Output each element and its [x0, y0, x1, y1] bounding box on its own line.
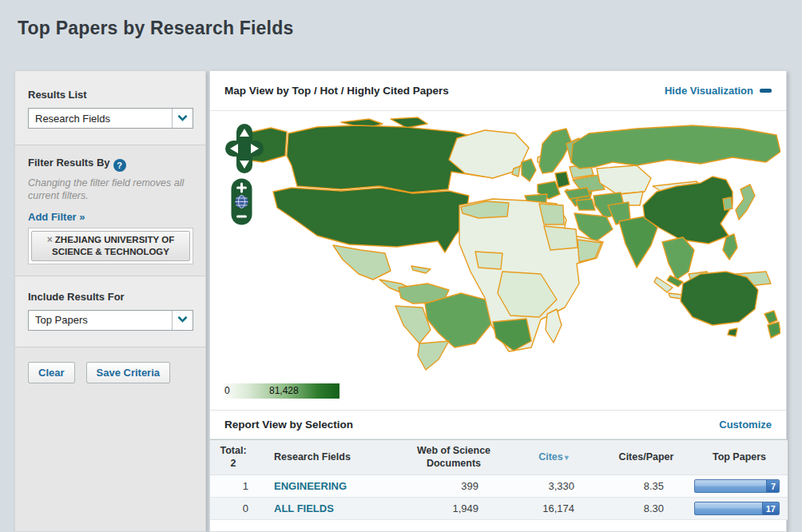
minus-icon	[760, 89, 772, 93]
globe-icon[interactable]	[236, 196, 248, 208]
map-country-cuba[interactable]	[411, 266, 431, 273]
map-view-title: Map View by Top / Hot / Highly Cited Pap…	[224, 85, 449, 97]
close-icon[interactable]: ×	[47, 234, 53, 245]
map-country-mexico[interactable]	[333, 245, 391, 280]
map-region-horn-of-africa[interactable]	[578, 240, 602, 262]
top-papers-header[interactable]: Top Papers	[691, 440, 788, 475]
map-region-west-africa[interactable]	[475, 252, 502, 269]
row-cites-per-paper: 8.30	[602, 498, 691, 520]
visualization-panel: Map View by Top / Hot / Highly Cited Pap…	[209, 70, 787, 532]
map-country-madagascar[interactable]	[546, 309, 562, 343]
map-country-india[interactable]	[619, 216, 657, 268]
map-header-bar: Map View by Top / Hot / Highly Cited Pap…	[210, 71, 786, 111]
map-country-new-zealand-north[interactable]	[764, 311, 777, 324]
clear-button[interactable]: Clear	[28, 362, 75, 383]
row-wos-documents: 1,949	[402, 498, 506, 520]
row-rank: 1	[210, 475, 256, 498]
map-country-germany[interactable]	[555, 172, 570, 188]
results-list-selected-value: Research Fields	[29, 113, 172, 125]
total-count: 2	[213, 458, 253, 470]
total-label: Total:	[213, 445, 253, 458]
filter-section: Filter Results By? Changing the filter f…	[15, 145, 205, 276]
filter-note-text: Changing the filter field removes all cu…	[28, 177, 193, 203]
row-wos-documents: 399	[402, 475, 506, 498]
include-results-dropdown-button[interactable]	[172, 311, 193, 330]
map-zoom-control[interactable]	[231, 178, 252, 226]
map-country-brazil[interactable]	[425, 293, 493, 347]
filter-tag[interactable]: ×ZHEJIANG UNIVERSITY OF SCIENCE & TECHNO…	[31, 231, 190, 261]
map-country-usa[interactable]	[273, 188, 469, 252]
map-country-japan[interactable]	[736, 185, 755, 220]
field-link-engineering[interactable]: ENGINEERING	[274, 480, 347, 492]
row-rank: 0	[210, 498, 256, 520]
table-row: 1 ENGINEERING 399 3,330 8.35 7	[210, 475, 788, 498]
results-list-dropdown-button[interactable]	[172, 109, 193, 128]
map-country-egypt[interactable]	[539, 204, 564, 224]
map-region-scandinavia[interactable]	[539, 129, 571, 173]
chevron-down-icon	[177, 111, 188, 121]
cites-per-paper-header[interactable]: Cites/Paper	[602, 440, 691, 475]
add-filter-link[interactable]: Add Filter »	[28, 211, 85, 223]
report-table: Total: 2 Research Fields Web of Science …	[210, 439, 788, 520]
criteria-buttons-section: Clear Save Criteria	[15, 347, 205, 399]
map-country-australia[interactable]	[681, 272, 758, 325]
cites-header[interactable]: Cites▾	[506, 440, 602, 475]
map-country-russia[interactable]	[571, 125, 780, 169]
filters-sidebar: Results List Research Fields Filter Resu…	[14, 70, 206, 532]
report-header-bar: Report View by Selection Customize	[210, 410, 786, 439]
report-view-title: Report View by Selection	[224, 419, 353, 431]
row-cites-per-paper: 8.35	[602, 475, 691, 498]
table-header-row: Total: 2 Research Fields Web of Science …	[210, 440, 788, 475]
cites-sort-link[interactable]: Cites	[538, 451, 563, 463]
table-row: 0 ALL FIELDS 1,949 16,174 8.30 17	[210, 498, 788, 520]
map-country-uk[interactable]	[522, 159, 536, 181]
top-papers-bar: 17	[694, 502, 780, 515]
map-island-tasmania[interactable]	[728, 328, 737, 336]
field-link-all-fields[interactable]: ALL FIELDS	[274, 502, 334, 514]
include-results-dropdown[interactable]: Top Papers	[28, 310, 193, 331]
top-papers-value: 17	[762, 502, 779, 514]
legend-min-value: 0	[224, 385, 230, 396]
help-icon[interactable]: ?	[113, 159, 126, 172]
filter-results-by-label: Filter Results By	[28, 157, 110, 169]
row-cites: 16,174	[506, 498, 602, 520]
wos-documents-header[interactable]: Web of Science Documents	[402, 440, 506, 475]
map-region-argentina-chile[interactable]	[418, 341, 449, 370]
page-title: Top Papers by Research Fields	[18, 18, 293, 39]
include-results-selected-value: Top Papers	[29, 314, 172, 326]
customize-link[interactable]: Customize	[719, 419, 772, 431]
sort-descending-icon[interactable]: ▾	[565, 453, 569, 462]
map-country-korea[interactable]	[723, 197, 733, 210]
hide-visualization-link[interactable]: Hide Visualization	[665, 85, 772, 97]
chevron-down-icon	[177, 313, 188, 324]
map-country-new-zealand-south[interactable]	[768, 322, 780, 338]
map-legend: 0 81,428	[221, 383, 339, 399]
map-region-indochina[interactable]	[662, 237, 694, 280]
map-area: 0 81,428	[210, 111, 786, 410]
include-results-label: Include Results For	[28, 291, 193, 303]
research-fields-header[interactable]: Research Fields	[256, 440, 402, 475]
map-region-iraq-syria[interactable]	[576, 199, 595, 210]
legend-max-value: 81,428	[269, 385, 299, 396]
top-papers-value: 7	[766, 480, 779, 492]
map-region-peru-bolivia[interactable]	[395, 306, 431, 343]
world-map[interactable]	[221, 116, 780, 381]
results-list-section: Results List Research Fields	[15, 71, 205, 145]
map-country-sudan[interactable]	[544, 226, 578, 250]
total-header: Total: 2	[210, 440, 256, 475]
results-list-label: Results List	[28, 89, 193, 101]
results-list-dropdown[interactable]: Research Fields	[28, 108, 193, 129]
map-pan-control[interactable]	[225, 124, 264, 175]
filter-tag-label: ZHEJIANG UNIVERSITY OF SCIENCE & TECHNOL…	[52, 235, 174, 256]
save-criteria-button[interactable]: Save Criteria	[86, 362, 171, 383]
row-cites: 3,330	[506, 475, 602, 498]
hide-visualization-label: Hide Visualization	[665, 85, 753, 97]
map-country-philippines[interactable]	[723, 234, 737, 260]
top-papers-bar: 7	[694, 479, 780, 493]
include-results-section: Include Results For Top Papers	[15, 276, 205, 347]
filter-tag-box: ×ZHEJIANG UNIVERSITY OF SCIENCE & TECHNO…	[28, 228, 193, 264]
